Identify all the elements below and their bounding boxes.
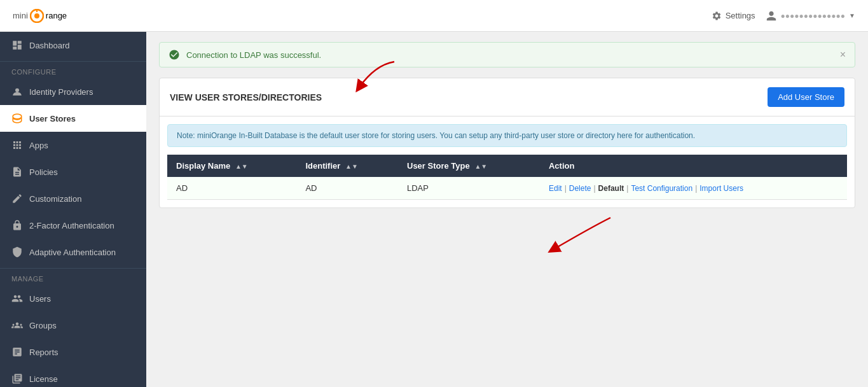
edit-link[interactable]: Edit: [549, 184, 562, 193]
user-icon: [766, 10, 777, 22]
sidebar-item-2fa[interactable]: 2-Factor Authentication: [0, 212, 146, 239]
sidebar-item-policies[interactable]: Policies: [0, 158, 146, 185]
cell-type: LDAP: [398, 177, 540, 200]
apps-icon: [11, 139, 23, 151]
cell-actions: Edit | Delete | Default | Test Configura…: [540, 177, 847, 200]
sort-icon-identifier[interactable]: ▲▼: [345, 163, 358, 170]
sidebar-item-idp-label: Identity Providers: [29, 87, 93, 97]
user-dropdown-icon[interactable]: ▼: [849, 12, 855, 19]
sidebar-item-users-label: Users: [29, 294, 51, 304]
sidebar-item-user-stores[interactable]: User Stores: [0, 105, 146, 132]
panel-header: VIEW USER STORES/DIRECTORIES Add User St…: [160, 78, 855, 116]
sidebar-item-groups[interactable]: Groups: [0, 312, 146, 339]
manage-section-label: Manage: [0, 268, 146, 285]
identity-icon: [11, 86, 23, 97]
customization-icon: [11, 193, 23, 204]
info-note: Note: miniOrange In-Built Database is th…: [167, 124, 847, 147]
cell-display-name: AD: [167, 177, 296, 200]
sort-icon-type[interactable]: ▲▼: [474, 163, 487, 170]
settings-label: Settings: [726, 11, 755, 20]
table-row: AD AD LDAP Edit | Delete | Defau: [167, 177, 847, 200]
policies-icon: [11, 166, 23, 178]
sidebar-item-adaptive-label: Adaptive Authentication: [29, 248, 116, 257]
user-stores-table: Display Name ▲▼ Identifier ▲▼ User Store…: [167, 155, 847, 200]
sidebar-item-identity-providers[interactable]: Identity Providers: [0, 78, 146, 105]
logo-range-text: range: [46, 11, 67, 20]
sidebar-item-license[interactable]: License: [0, 365, 146, 387]
sidebar-item-dashboard[interactable]: Dashboard: [0, 32, 146, 59]
user-menu[interactable]: ●●●●●●●●●●●●●● ▼: [766, 10, 855, 22]
logo-mini-text: mini: [13, 11, 28, 20]
license-icon: [11, 373, 23, 384]
configure-section-label: Configure: [0, 61, 146, 78]
main-layout: Dashboard Configure Identity Providers U…: [0, 32, 868, 387]
header: mini range Settings ●●●●●●●●●●●●●● ▼: [0, 0, 868, 32]
sidebar-item-userstores-label: User Stores: [29, 114, 76, 123]
sidebar-item-license-label: License: [29, 374, 58, 384]
alert-close-button[interactable]: ×: [840, 49, 846, 60]
user-label: ●●●●●●●●●●●●●●: [781, 11, 845, 20]
sidebar-item-policies-label: Policies: [29, 167, 58, 177]
sidebar-item-groups-label: Groups: [29, 321, 57, 330]
sidebar-item-apps-label: Apps: [29, 141, 48, 150]
sidebar-item-reports[interactable]: Reports: [0, 339, 146, 365]
sidebar-item-customization[interactable]: Customization: [0, 185, 146, 212]
reports-icon: [11, 346, 23, 358]
sort-icon-display-name[interactable]: ▲▼: [235, 163, 248, 170]
action-links: Edit | Delete | Default | Test Configura…: [549, 184, 838, 193]
adaptive-icon: [11, 246, 23, 258]
test-configuration-link[interactable]: Test Configuration: [631, 184, 692, 193]
table-header: Display Name ▲▼ Identifier ▲▼ User Store…: [167, 155, 847, 177]
users-icon: [11, 293, 23, 304]
table-wrapper: Display Name ▲▼ Identifier ▲▼ User Store…: [167, 155, 847, 200]
sidebar-item-reports-label: Reports: [29, 348, 59, 357]
groups-icon: [11, 320, 23, 331]
sidebar-item-users[interactable]: Users: [0, 285, 146, 312]
sidebar-item-apps[interactable]: Apps: [0, 132, 146, 158]
user-stores-panel: VIEW USER STORES/DIRECTORIES Add User St…: [159, 78, 855, 208]
content-area: Connection to LDAP was successful. ×: [146, 32, 868, 387]
sidebar: Dashboard Configure Identity Providers U…: [0, 32, 146, 387]
sidebar-item-dashboard-label: Dashboard: [29, 41, 70, 50]
sidebar-item-2fa-label: 2-Factor Authentication: [29, 221, 114, 230]
userstores-icon: [11, 113, 23, 124]
col-display-name: Display Name ▲▼: [167, 155, 296, 177]
red-arrow-2: [541, 215, 617, 259]
alert-message-area: Connection to LDAP was successful.: [169, 49, 321, 60]
col-identifier: Identifier ▲▼: [296, 155, 398, 177]
2fa-icon: [11, 220, 23, 231]
check-circle-icon: [169, 49, 180, 60]
table-body: AD AD LDAP Edit | Delete | Defau: [167, 177, 847, 200]
delete-link[interactable]: Delete: [569, 184, 591, 193]
add-user-store-button[interactable]: Add User Store: [768, 87, 844, 107]
settings-link[interactable]: Settings: [712, 11, 755, 21]
success-alert: Connection to LDAP was successful. ×: [159, 42, 855, 67]
col-action: Action: [540, 155, 847, 177]
gear-icon: [712, 11, 722, 21]
import-users-link[interactable]: Import Users: [699, 184, 743, 193]
cell-identifier: AD: [296, 177, 398, 200]
col-user-store-type: User Store Type ▲▼: [398, 155, 540, 177]
svg-point-1: [34, 13, 39, 18]
alert-text: Connection to LDAP was successful.: [186, 50, 321, 60]
panel-title: VIEW USER STORES/DIRECTORIES: [170, 92, 322, 102]
sidebar-item-adaptive-auth[interactable]: Adaptive Authentication: [0, 239, 146, 265]
header-right: Settings ●●●●●●●●●●●●●● ▼: [712, 10, 855, 22]
logo-icon: [30, 9, 44, 23]
sidebar-item-customization-label: Customization: [29, 194, 81, 204]
logo: mini range: [13, 9, 67, 23]
dashboard-icon: [11, 39, 23, 51]
default-label: Default: [598, 184, 624, 193]
